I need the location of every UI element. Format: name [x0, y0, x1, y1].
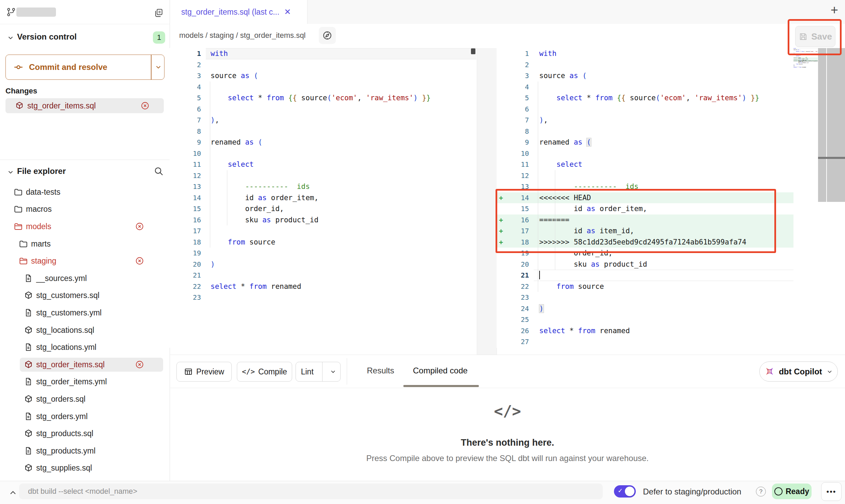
code-line-22[interactable]: 22select * from renamed [170, 281, 476, 292]
code-pane-last-commit[interactable]: 1with23source as (45 select * from {{ so… [170, 48, 476, 348]
tab-close-icon[interactable]: ✕ [284, 7, 291, 17]
code-line-9[interactable]: 9renamed as ( [497, 137, 793, 148]
commit-and-resolve-button[interactable]: Commit and resolve [5, 55, 164, 80]
tree-item-stg_customers.sql[interactable]: stg_customers.sql [0, 287, 170, 305]
defer-toggle[interactable]: ✓ [614, 485, 636, 498]
discard-change-icon[interactable] [141, 101, 149, 110]
more-options-button[interactable]: ••• [821, 482, 842, 501]
code-line-3[interactable]: 3source as ( [170, 70, 476, 81]
code-line-24[interactable]: 24) [497, 303, 793, 314]
code-line-13[interactable]: 13 ---------- ids [497, 181, 793, 192]
version-control-chevron-icon[interactable] [7, 34, 14, 42]
code-line-8[interactable]: 8 [170, 126, 476, 137]
code-line-6[interactable]: 6 [497, 104, 793, 115]
tree-item-data-tests[interactable]: data-tests [0, 183, 170, 201]
breadcrumb[interactable]: models / staging / stg_order_items.sql [179, 31, 306, 40]
tree-item-__sources.yml[interactable]: __sources.yml [0, 270, 170, 287]
code-line-26[interactable]: 26select * from renamed [497, 325, 793, 337]
changed-file-row[interactable]: stg_order_items.sql [5, 98, 164, 113]
code-line-15[interactable]: 15 order_id, [170, 203, 476, 214]
code-line-5[interactable]: 5 select * from {{ source('ecom', 'raw_i… [497, 92, 793, 104]
dbt-copilot-button[interactable]: dbt Copilot [759, 361, 838, 382]
code-line-23[interactable]: 23 [170, 292, 476, 303]
conflict-revert-icon[interactable] [135, 256, 144, 265]
lint-options-chevron-icon[interactable] [326, 368, 340, 375]
tree-item-macros[interactable]: macros [0, 201, 170, 218]
code-line-19[interactable]: 19 order_id, [497, 248, 793, 259]
tree-item-marts[interactable]: marts [0, 235, 170, 253]
code-line-18[interactable]: 18 from source [170, 237, 476, 248]
code-line-14[interactable]: 14 id as order_item, [170, 192, 476, 204]
code-line-9[interactable]: 9renamed as ( [170, 137, 476, 148]
editor-scrollbar-thumb[interactable] [818, 48, 826, 202]
tab-results[interactable]: Results [367, 366, 394, 375]
code-line-7[interactable]: 7), [497, 115, 793, 126]
tree-item-stg_locations.sql[interactable]: stg_locations.sql [0, 322, 170, 339]
code-line-4[interactable]: 4 [497, 81, 793, 93]
code-line-14[interactable]: +14<<<<<<< HEAD [497, 192, 793, 204]
new-tab-button[interactable]: + [831, 3, 838, 17]
branch-name-redacted[interactable] [16, 8, 56, 17]
tree-item-stg_orders.yml[interactable]: stg_orders.yml [0, 408, 170, 425]
minimap[interactable]: with source as ( select * from {{ source… [793, 48, 818, 73]
code-line-15[interactable]: 15 id as order_item, [497, 203, 793, 214]
code-line-20[interactable]: 20) [170, 259, 476, 270]
code-line-11[interactable]: 11 select [170, 159, 476, 170]
tree-item-stg_products.yml[interactable]: stg_products.yml [0, 442, 170, 460]
code-line-18[interactable]: +18>>>>>>> 58c1dd23d5eebd9cd2495fa7124ab… [497, 237, 793, 248]
code-line-3[interactable]: 3source as ( [497, 70, 793, 81]
expand-command-chevron-icon[interactable] [8, 488, 18, 498]
tree-item-models[interactable]: models [0, 218, 170, 235]
code-line-4[interactable]: 4 [170, 81, 476, 93]
left-pane-scrollbar-thumb[interactable] [471, 48, 475, 54]
code-line-13[interactable]: 13 ---------- ids [170, 181, 476, 192]
tree-item-stg_order_items.yml[interactable]: stg_order_items.yml [0, 373, 170, 391]
code-line-5[interactable]: 5 select * from {{ source('ecom', 'raw_i… [170, 92, 476, 104]
code-line-10[interactable]: 10 [497, 148, 793, 159]
code-line-10[interactable]: 10 [170, 148, 476, 159]
file-explorer-chevron-icon[interactable] [7, 168, 14, 176]
code-line-1[interactable]: 1with [497, 48, 793, 59]
code-line-6[interactable]: 6 [170, 104, 476, 115]
tree-item-staging[interactable]: staging [0, 252, 170, 270]
code-line-17[interactable]: 17 [170, 225, 476, 237]
code-line-20[interactable]: 20 sku as product_id [497, 259, 793, 270]
tab-stg-order-items[interactable]: stg_order_items.sql (last c... ✕ [170, 0, 307, 24]
conflict-revert-icon[interactable] [135, 222, 144, 231]
copy-icon[interactable] [154, 8, 163, 18]
code-line-2[interactable]: 2 [170, 59, 476, 71]
tree-item-stg_customers.yml[interactable]: stg_customers.yml [0, 304, 170, 322]
preview-button[interactable]: Preview [176, 362, 232, 382]
compile-button[interactable]: </> Compile [237, 362, 292, 382]
code-line-1[interactable]: 1with [170, 48, 476, 59]
tree-item-stg_products.sql[interactable]: stg_products.sql [0, 425, 170, 442]
command-input[interactable]: dbt build --select <model_name> [19, 484, 603, 499]
code-line-8[interactable]: 8 [497, 126, 793, 137]
code-line-23[interactable]: 23 [497, 292, 793, 303]
lint-button[interactable]: Lint [296, 362, 341, 382]
code-line-16[interactable]: 16 sku as product_id [170, 214, 476, 226]
tree-item-stg_orders.sql[interactable]: stg_orders.sql [0, 390, 170, 408]
help-icon[interactable]: ? [756, 487, 766, 496]
code-pane-current[interactable]: 1with23source as (45 select * from {{ so… [497, 48, 793, 348]
code-line-27[interactable]: 27 [497, 336, 793, 347]
code-line-17[interactable]: +17 id as item_id, [497, 225, 793, 237]
tree-item-stg_order_items.sql[interactable]: stg_order_items.sql [0, 356, 170, 373]
commit-options-chevron-icon[interactable] [155, 63, 162, 71]
code-line-12[interactable]: 12 [170, 170, 476, 181]
code-line-11[interactable]: 11 select [497, 159, 793, 170]
save-button[interactable]: Save [795, 26, 835, 47]
conflict-revert-icon[interactable] [135, 360, 144, 369]
code-line-16[interactable]: +16======= [497, 214, 793, 226]
code-line-22[interactable]: 22 from source [497, 281, 793, 292]
code-line-19[interactable]: 19 [170, 248, 476, 259]
tab-compiled-code[interactable]: Compiled code [413, 366, 468, 375]
branch-icon[interactable] [6, 7, 16, 17]
page-scrollbar-thumb[interactable] [827, 48, 845, 202]
pane-divider[interactable] [477, 48, 497, 355]
tree-item-stg_locations.yml[interactable]: stg_locations.yml [0, 339, 170, 356]
lineage-compass-icon[interactable] [319, 27, 336, 44]
tree-item-stg_supplies.sql[interactable]: stg_supplies.sql [0, 460, 170, 477]
code-line-2[interactable]: 2 [497, 59, 793, 71]
code-line-21[interactable]: 21 [170, 270, 476, 281]
